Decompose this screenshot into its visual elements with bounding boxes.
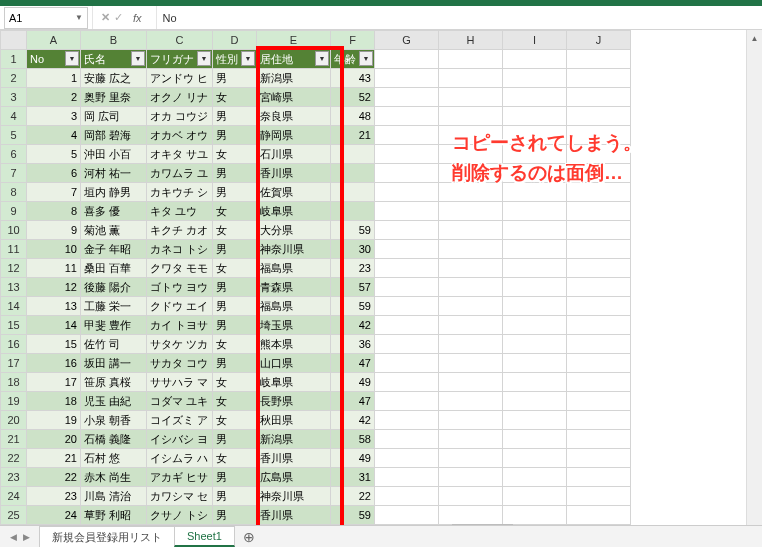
cell-loc[interactable]: 青森県 (257, 278, 331, 297)
cell-sex[interactable]: 男 (213, 107, 257, 126)
cell[interactable] (375, 297, 439, 316)
cell[interactable] (567, 50, 631, 69)
cell[interactable] (439, 392, 503, 411)
cell-age[interactable]: 48 (331, 107, 375, 126)
cell-no[interactable]: 23 (27, 487, 81, 506)
cell[interactable] (375, 88, 439, 107)
cell[interactable] (503, 411, 567, 430)
cell[interactable] (503, 69, 567, 88)
cell[interactable] (439, 316, 503, 335)
cell-name[interactable]: 石村 悠 (81, 449, 147, 468)
cell[interactable] (567, 487, 631, 506)
cell[interactable] (567, 430, 631, 449)
cell[interactable] (375, 107, 439, 126)
cell-loc[interactable]: 山口県 (257, 354, 331, 373)
filter-icon[interactable]: ▼ (241, 51, 255, 66)
col-header-B[interactable]: B (81, 31, 147, 50)
cell[interactable] (439, 354, 503, 373)
cell-no[interactable]: 9 (27, 221, 81, 240)
cell-no[interactable]: 7 (27, 183, 81, 202)
cell-furi[interactable]: コダマ ユキ (147, 392, 213, 411)
cell-name[interactable]: 赤木 尚生 (81, 468, 147, 487)
cell[interactable] (567, 354, 631, 373)
cell-no[interactable]: 21 (27, 449, 81, 468)
cell-sex[interactable]: 男 (213, 316, 257, 335)
cell-no[interactable]: 16 (27, 354, 81, 373)
cell-sex[interactable]: 女 (213, 221, 257, 240)
cell[interactable] (375, 354, 439, 373)
cell[interactable] (375, 221, 439, 240)
table-header-sex[interactable]: 性別▼ (213, 50, 257, 69)
cell-loc[interactable]: 埼玉県 (257, 316, 331, 335)
cell-sex[interactable]: 男 (213, 278, 257, 297)
cell-loc[interactable]: 広島県 (257, 468, 331, 487)
cell[interactable] (503, 487, 567, 506)
cell-no[interactable]: 12 (27, 278, 81, 297)
cell-sex[interactable]: 女 (213, 373, 257, 392)
tab-prev-icon[interactable]: ◀ (10, 532, 17, 542)
cell[interactable] (567, 88, 631, 107)
cell-no[interactable]: 5 (27, 145, 81, 164)
cell-age[interactable]: 36 (331, 335, 375, 354)
table-header-furi[interactable]: フリガナ▼ (147, 50, 213, 69)
cell-loc[interactable]: 福島県 (257, 259, 331, 278)
cell[interactable] (375, 392, 439, 411)
cell-age[interactable]: 49 (331, 373, 375, 392)
cell-sex[interactable]: 男 (213, 69, 257, 88)
cell-name[interactable]: 笹原 真桜 (81, 373, 147, 392)
cell-sex[interactable]: 女 (213, 202, 257, 221)
row-header[interactable]: 20 (1, 411, 27, 430)
cell-no[interactable]: 17 (27, 373, 81, 392)
cell-furi[interactable]: カイ トヨサ (147, 316, 213, 335)
cell-sex[interactable]: 男 (213, 487, 257, 506)
cell[interactable] (439, 69, 503, 88)
cell-sex[interactable]: 男 (213, 126, 257, 145)
cell-sex[interactable]: 女 (213, 392, 257, 411)
cell-name[interactable]: 工藤 栄一 (81, 297, 147, 316)
row-header[interactable]: 1 (1, 50, 27, 69)
cell-sex[interactable]: 男 (213, 297, 257, 316)
tab-next-icon[interactable]: ▶ (23, 532, 30, 542)
cell-loc[interactable]: 奈良県 (257, 107, 331, 126)
table-header-loc[interactable]: 居住地▼ (257, 50, 331, 69)
cell-age[interactable]: 22 (331, 487, 375, 506)
cell[interactable] (503, 468, 567, 487)
cell-furi[interactable]: オキタ サユ (147, 145, 213, 164)
cell[interactable] (375, 316, 439, 335)
filter-icon[interactable]: ▼ (131, 51, 145, 66)
cell-name[interactable]: 後藤 陽介 (81, 278, 147, 297)
cell-furi[interactable]: アンドウ ヒ (147, 69, 213, 88)
cell[interactable] (567, 107, 631, 126)
cell-furi[interactable]: ゴトウ ヨウ (147, 278, 213, 297)
cell-age[interactable] (331, 164, 375, 183)
cell-loc[interactable]: 新潟県 (257, 69, 331, 88)
cell-sex[interactable]: 男 (213, 430, 257, 449)
cell-no[interactable]: 13 (27, 297, 81, 316)
cell-no[interactable]: 6 (27, 164, 81, 183)
cell[interactable] (375, 240, 439, 259)
cell-no[interactable]: 1 (27, 69, 81, 88)
cell[interactable] (503, 259, 567, 278)
cell[interactable] (567, 411, 631, 430)
cell-age[interactable]: 47 (331, 392, 375, 411)
name-box[interactable]: A1 ▼ (4, 7, 88, 29)
filter-icon[interactable]: ▼ (315, 51, 329, 66)
cell-age[interactable]: 42 (331, 316, 375, 335)
cell[interactable] (503, 240, 567, 259)
cell[interactable] (439, 297, 503, 316)
cell-age[interactable]: 58 (331, 430, 375, 449)
cell[interactable] (375, 259, 439, 278)
cell[interactable] (567, 69, 631, 88)
cell[interactable] (503, 506, 567, 525)
row-header[interactable]: 12 (1, 259, 27, 278)
cell[interactable] (375, 50, 439, 69)
cell-sex[interactable]: 女 (213, 259, 257, 278)
cell-name[interactable]: 喜多 優 (81, 202, 147, 221)
cell-sex[interactable]: 女 (213, 88, 257, 107)
cell-name[interactable]: 石橋 義隆 (81, 430, 147, 449)
cell-loc[interactable]: 大分県 (257, 221, 331, 240)
cell-age[interactable] (331, 145, 375, 164)
cell[interactable] (503, 430, 567, 449)
cell-loc[interactable]: 静岡県 (257, 126, 331, 145)
cell[interactable] (567, 316, 631, 335)
